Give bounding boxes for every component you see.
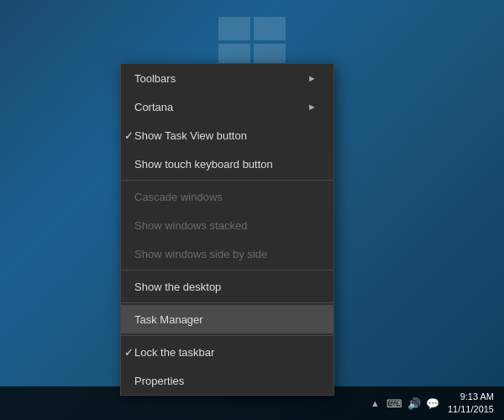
menu-item-label: Show Task View button	[134, 129, 247, 142]
menu-item-label: Show windows side by side	[134, 248, 267, 260]
system-clock[interactable]: 9:13 AM 11/11/2015	[448, 391, 494, 417]
windows-logo	[218, 17, 286, 67]
menu-item-task-view[interactable]: ✓ Show Task View button	[121, 121, 333, 150]
checkmark-icon: ✓	[124, 129, 134, 142]
menu-item-touch-keyboard[interactable]: Show touch keyboard button	[121, 150, 333, 178]
clock-time: 9:13 AM	[448, 391, 494, 403]
keyboard-icon: ⌨	[386, 397, 402, 410]
menu-item-label: Show the desktop	[134, 281, 221, 293]
menu-item-label: Properties	[134, 375, 184, 387]
clock-date: 11/11/2015	[448, 403, 494, 416]
checkmark-icon: ✓	[124, 346, 134, 359]
taskbar-right-area: ▲ ⌨ 🔊 💬 9:13 AM 11/11/2015	[370, 391, 504, 417]
menu-item-label: Cascade windows	[134, 191, 223, 203]
notification-icon[interactable]: 💬	[426, 397, 439, 410]
context-menu: Toolbars ► Cortana ► ✓ Show Task View bu…	[120, 63, 334, 396]
menu-item-label: Lock the taskbar	[134, 346, 214, 359]
submenu-arrow-icon: ►	[307, 73, 317, 83]
system-tray-expand[interactable]: ▲	[370, 398, 380, 408]
menu-item-label: Toolbars	[134, 72, 176, 85]
menu-item-label: Show touch keyboard button	[134, 158, 273, 171]
menu-item-cascade: Cascade windows	[121, 182, 333, 211]
menu-item-label: Cortana	[134, 101, 173, 113]
menu-item-label: Task Manager	[134, 313, 203, 326]
menu-item-lock-taskbar[interactable]: ✓ Lock the taskbar	[121, 338, 333, 366]
menu-item-side-by-side: Show windows side by side	[121, 239, 333, 268]
menu-separator-3	[121, 302, 333, 303]
menu-item-cortana[interactable]: Cortana ►	[121, 92, 333, 121]
menu-item-toolbars[interactable]: Toolbars ►	[121, 64, 333, 92]
menu-item-show-desktop[interactable]: Show the desktop	[121, 272, 333, 301]
menu-item-properties[interactable]: Properties	[121, 366, 333, 395]
menu-item-task-manager[interactable]: Task Manager	[121, 305, 333, 333]
menu-separator-1	[121, 180, 333, 181]
menu-item-stacked: Show windows stacked	[121, 211, 333, 239]
submenu-arrow-icon: ►	[307, 102, 317, 112]
volume-icon[interactable]: 🔊	[407, 397, 421, 410]
menu-item-label: Show windows stacked	[134, 219, 247, 232]
menu-separator-4	[121, 335, 333, 336]
menu-separator-2	[121, 270, 333, 270]
taskbar-system-icons: ⌨ 🔊 💬	[386, 397, 439, 410]
